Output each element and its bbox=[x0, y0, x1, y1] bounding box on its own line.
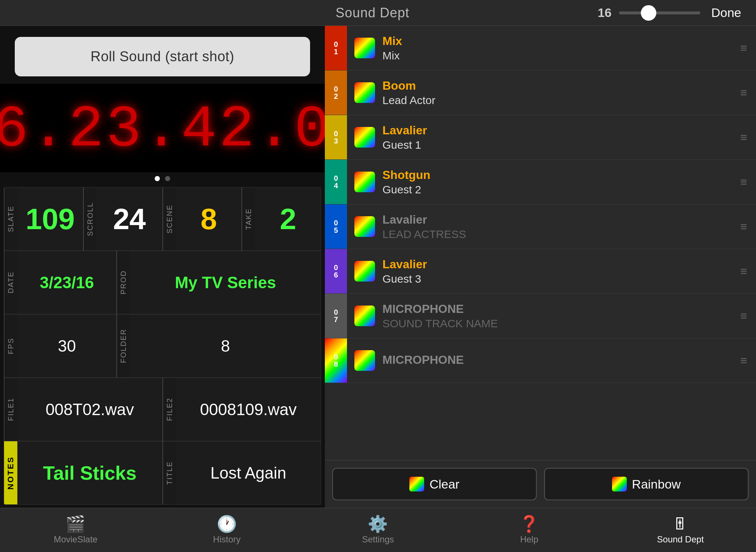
channel-item-3[interactable]: 0 3 Lavalier Guest 1 bbox=[325, 115, 756, 160]
slate-value: 109 bbox=[25, 202, 75, 236]
tab-help-label: Help bbox=[520, 534, 538, 545]
channel-color-4: 0 4 bbox=[325, 160, 347, 204]
channel-color-2: 0 2 bbox=[325, 70, 347, 115]
timecode-display: 16.23.42.00 bbox=[0, 84, 325, 172]
channel-list: 0 1 Mix Mix 0 2 bbox=[325, 26, 756, 460]
tab-sound-dept-label: Sound Dept bbox=[657, 534, 704, 545]
channel-info-6: Lavalier Guest 3 bbox=[382, 254, 731, 289]
done-button[interactable]: Done bbox=[708, 4, 745, 22]
main-content: Roll Sound (start shot) 16.23.42.00 SLAT… bbox=[0, 26, 756, 508]
slate-row-5: NOTES Tail Sticks TITLE Lost Again bbox=[4, 441, 321, 504]
rainbow-icon bbox=[612, 477, 627, 491]
right-panel: 0 1 Mix Mix 0 2 bbox=[325, 26, 756, 508]
page-dots bbox=[0, 172, 325, 184]
channel-info-8: MICROPHONE bbox=[382, 349, 731, 372]
channel-color-8: 0 8 bbox=[325, 338, 347, 383]
slate-row-1: SLATE 109 SCROLL 24 SCENE 8 TAKE bbox=[4, 187, 321, 251]
rainbow-label: Rainbow bbox=[632, 477, 681, 491]
tab-history[interactable]: 🕐 History bbox=[151, 508, 303, 552]
channel-icon-4 bbox=[354, 172, 375, 192]
roll-sound-button[interactable]: Roll Sound (start shot) bbox=[15, 37, 310, 76]
channel-info-3: Lavalier Guest 1 bbox=[382, 120, 731, 155]
channel-item-2[interactable]: 0 2 Boom Lead Actor bbox=[325, 70, 756, 115]
channel-type-8: MICROPHONE bbox=[382, 353, 731, 367]
tab-settings-label: Settings bbox=[362, 534, 394, 545]
channel-item-1[interactable]: 0 1 Mix Mix bbox=[325, 26, 756, 70]
sound-dept-icon: 🎚 bbox=[672, 516, 688, 532]
date-value-cell[interactable]: 3/23/16 bbox=[17, 251, 117, 314]
fps-label: FPS bbox=[4, 314, 17, 377]
channel-name-2: Lead Actor bbox=[382, 94, 731, 107]
notes-value: Tail Sticks bbox=[43, 462, 137, 484]
page-title: Sound Dept bbox=[248, 5, 497, 21]
channel-drag-1[interactable] bbox=[731, 41, 756, 55]
file1-value-cell[interactable]: 008T02.wav bbox=[17, 378, 163, 441]
fps-value-cell[interactable]: 30 bbox=[17, 314, 117, 377]
date-label: DATE bbox=[4, 251, 17, 314]
movieslate-icon: 🎬 bbox=[65, 516, 86, 532]
tab-settings[interactable]: ⚙️ Settings bbox=[302, 508, 454, 552]
tab-movieslate-label: MovieSlate bbox=[54, 534, 97, 545]
notes-value-cell[interactable]: Tail Sticks bbox=[17, 441, 163, 504]
channel-item-6[interactable]: 0 6 Lavalier Guest 3 bbox=[325, 249, 756, 294]
channel-drag-6[interactable] bbox=[731, 265, 756, 278]
channel-info-1: Mix Mix bbox=[382, 31, 731, 66]
font-size-slider[interactable] bbox=[619, 11, 700, 14]
channel-color-5: 0 5 bbox=[325, 204, 347, 249]
channel-item-5[interactable]: 0 5 Lavalier Lead Actress bbox=[325, 204, 756, 249]
rainbow-button[interactable]: Rainbow bbox=[544, 468, 749, 500]
folder-value-cell[interactable]: 8 bbox=[130, 314, 321, 377]
slate-row-4: FILE1 008T02.wav FILE2 0008109.wav bbox=[4, 378, 321, 441]
top-bar-right: 16 Done bbox=[496, 4, 756, 22]
prod-value: My TV Series bbox=[175, 273, 276, 292]
prod-value-cell[interactable]: My TV Series bbox=[130, 251, 321, 314]
timecode-value: 16.23.42.00 bbox=[0, 100, 370, 159]
clear-rainbow-icon bbox=[409, 477, 424, 491]
slate-table: SLATE 109 SCROLL 24 SCENE 8 TAKE bbox=[4, 187, 321, 505]
tab-movieslate[interactable]: 🎬 MovieSlate bbox=[0, 508, 151, 552]
scene-value-cell[interactable]: 8 bbox=[176, 187, 242, 251]
title-value: Lost Again bbox=[210, 464, 286, 482]
tab-sound-dept[interactable]: 🎚 Sound Dept bbox=[605, 508, 756, 552]
title-value-cell[interactable]: Lost Again bbox=[176, 441, 321, 504]
channel-item-8[interactable]: 0 8 MICROPHONE bbox=[325, 338, 756, 383]
channel-icon-6 bbox=[354, 261, 375, 282]
channel-drag-5[interactable] bbox=[731, 220, 756, 234]
take-value-cell[interactable]: 2 bbox=[255, 187, 321, 251]
channel-type-7: MICROPHONE bbox=[382, 302, 731, 316]
scene-label: SCENE bbox=[163, 187, 176, 251]
file2-value-cell[interactable]: 0008109.wav bbox=[176, 378, 321, 441]
left-panel: Roll Sound (start shot) 16.23.42.00 SLAT… bbox=[0, 26, 325, 508]
slate-value-cell[interactable]: 109 bbox=[17, 187, 83, 251]
channel-name-3: Guest 1 bbox=[382, 139, 731, 151]
channel-drag-7[interactable] bbox=[731, 309, 756, 323]
title-label: TITLE bbox=[163, 441, 176, 504]
prod-label: PROD bbox=[117, 251, 130, 314]
dot-1[interactable] bbox=[155, 176, 160, 181]
slate-label: SLATE bbox=[4, 187, 17, 251]
channel-item-4[interactable]: 0 4 Shotgun Guest 2 bbox=[325, 160, 756, 204]
roll-sound-area: Roll Sound (start shot) bbox=[0, 26, 325, 84]
channel-drag-2[interactable] bbox=[731, 86, 756, 100]
channel-drag-4[interactable] bbox=[731, 175, 756, 189]
notes-label: NOTES bbox=[4, 441, 17, 504]
channel-type-4: Shotgun bbox=[382, 168, 731, 182]
scroll-label: SCROLL bbox=[83, 187, 97, 251]
channel-drag-3[interactable] bbox=[731, 131, 756, 144]
channel-drag-8[interactable] bbox=[731, 354, 756, 368]
channel-type-2: Boom bbox=[382, 79, 731, 93]
channel-info-2: Boom Lead Actor bbox=[382, 75, 731, 110]
channel-item-7[interactable]: 0 7 MICROPHONE SOUND TRACK NAME bbox=[325, 294, 756, 338]
settings-icon: ⚙️ bbox=[368, 516, 388, 532]
dot-2[interactable] bbox=[165, 176, 170, 181]
scroll-value-cell[interactable]: 24 bbox=[97, 187, 163, 251]
channel-icon-8 bbox=[354, 350, 375, 371]
scene-value: 8 bbox=[200, 202, 217, 236]
clear-button[interactable]: Clear bbox=[332, 468, 537, 500]
file2-label: FILE2 bbox=[163, 378, 176, 441]
date-value: 3/23/16 bbox=[40, 273, 94, 292]
tab-help[interactable]: ❓ Help bbox=[454, 508, 605, 552]
slate-row-2: DATE 3/23/16 PROD My TV Series bbox=[4, 251, 321, 314]
clear-label: Clear bbox=[429, 477, 459, 491]
history-icon: 🕐 bbox=[217, 516, 237, 532]
